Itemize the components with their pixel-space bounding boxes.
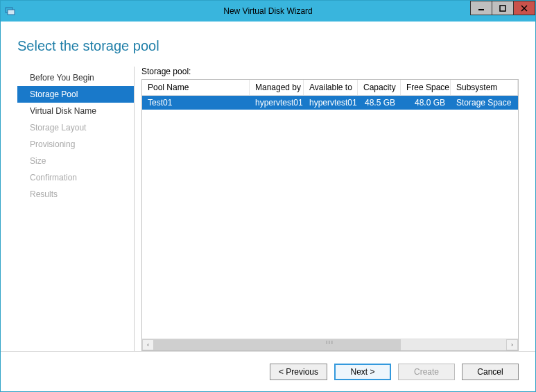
minimize-button[interactable] — [470, 1, 492, 15]
scroll-track[interactable]: lll — [154, 339, 506, 350]
col-header-available[interactable]: Available to — [304, 80, 358, 95]
step-confirmation: Confirmation — [17, 169, 134, 186]
cell-subsystem: Storage Space — [451, 96, 518, 110]
col-header-capacity[interactable]: Capacity — [358, 80, 401, 95]
cancel-button[interactable]: Cancel — [462, 364, 519, 380]
close-button[interactable] — [513, 1, 535, 15]
svg-rect-3 — [500, 6, 505, 11]
scroll-grip-icon: lll — [326, 339, 334, 346]
wizard-body: Before You Begin Storage Pool Virtual Di… — [17, 67, 519, 351]
scroll-left-button[interactable]: ‹ — [142, 339, 154, 350]
next-button[interactable]: Next > — [334, 364, 391, 380]
step-list: Before You Begin Storage Pool Virtual Di… — [17, 67, 134, 351]
horizontal-scrollbar[interactable]: ‹ lll › — [142, 339, 518, 350]
cell-managed: hypervtest01 — [250, 96, 304, 110]
table-label: Storage pool: — [141, 67, 519, 76]
step-storage-pool[interactable]: Storage Pool — [17, 86, 134, 103]
content-area: Select the storage pool Before You Begin… — [1, 22, 535, 351]
cell-name: Test01 — [142, 96, 250, 110]
main-panel: Storage pool: Pool Name Managed by Avail… — [141, 67, 519, 351]
col-header-free[interactable]: Free Space — [401, 80, 451, 95]
step-storage-layout: Storage Layout — [17, 119, 134, 136]
wizard-window: New Virtual Disk Wizard Select the stora… — [0, 0, 536, 392]
chevron-left-icon: ‹ — [147, 341, 149, 348]
step-virtual-disk-name[interactable]: Virtual Disk Name — [17, 103, 134, 119]
cell-capacity: 48.5 GB — [358, 96, 401, 110]
col-header-managed[interactable]: Managed by — [250, 80, 304, 95]
cell-available: hypervtest01 — [304, 96, 358, 110]
window-title: New Virtual Disk Wizard — [1, 6, 535, 16]
button-bar: < Previous Next > Create Cancel — [1, 351, 535, 391]
vertical-divider — [134, 67, 135, 351]
maximize-button[interactable] — [492, 1, 514, 15]
step-provisioning: Provisioning — [17, 136, 134, 153]
step-results: Results — [17, 186, 134, 203]
create-button: Create — [398, 364, 455, 380]
table-header: Pool Name Managed by Available to Capaci… — [142, 80, 518, 96]
chevron-right-icon: › — [511, 341, 513, 348]
col-header-name[interactable]: Pool Name — [142, 80, 250, 95]
col-header-subsystem[interactable]: Subsystem — [451, 80, 518, 95]
scroll-right-button[interactable]: › — [506, 339, 518, 350]
window-buttons — [471, 1, 535, 15]
title-bar[interactable]: New Virtual Disk Wizard — [1, 1, 535, 22]
step-size: Size — [17, 153, 134, 169]
page-title: Select the storage pool — [17, 38, 519, 54]
table-row[interactable]: Test01 hypervtest01 hypervtest01 48.5 GB… — [142, 96, 518, 110]
previous-button[interactable]: < Previous — [270, 364, 327, 380]
storage-pool-table: Pool Name Managed by Available to Capaci… — [141, 79, 519, 351]
scroll-thumb[interactable] — [154, 339, 401, 350]
svg-rect-1 — [8, 10, 15, 15]
table-body: Test01 hypervtest01 hypervtest01 48.5 GB… — [142, 96, 518, 339]
step-before-you-begin[interactable]: Before You Begin — [17, 69, 134, 86]
app-icon — [5, 6, 16, 17]
cell-free: 48.0 GB — [401, 96, 451, 110]
